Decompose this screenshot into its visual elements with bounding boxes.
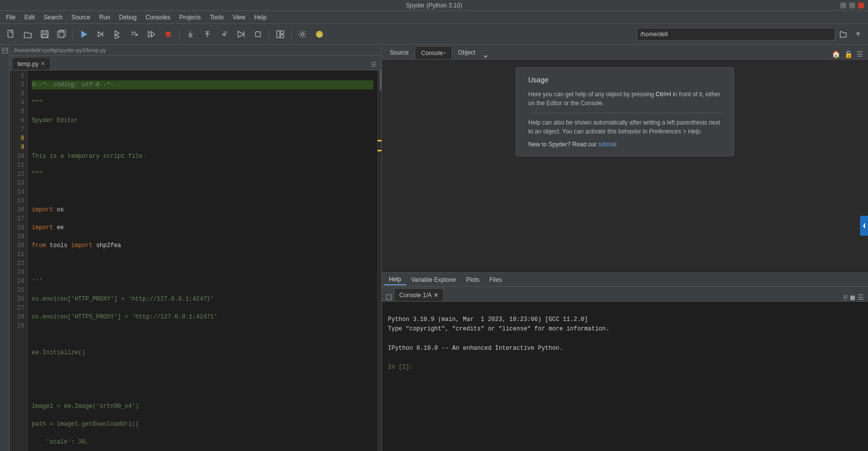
console-tab-close[interactable]: ✕ [434,292,438,299]
line-11: 11 [10,161,24,170]
editor-tab-menu[interactable]: ☰ [368,59,379,70]
editor-tab-close[interactable]: ✕ [41,61,45,67]
scroll-warn-1 [377,140,381,141]
code-content[interactable]: # -*- coding: utf-8 -*- """ Spyder Edito… [28,70,377,451]
debug-continue-btn[interactable] [143,26,159,42]
env-btn[interactable]: 🐍 [311,26,327,42]
editor-panel: /home/dell/.config/spyder-py3/temp.py te… [10,45,382,451]
menu-debug[interactable]: Debug [115,13,140,22]
breadcrumb-text: /home/dell/.config/spyder-py3/temp.py [14,47,106,53]
code-line-5: This is a temporary script file. [32,152,373,161]
console-menu-icon[interactable]: ☰ [858,293,864,301]
line-19: 19 [10,232,24,241]
line-20: 20 [10,241,24,250]
usage-text: Here you can get help of any object by p… [528,90,722,108]
editor-tab-temp-py[interactable]: temp.py ✕ [12,57,51,70]
new-file-btn[interactable] [3,26,19,42]
panel-menu-icon[interactable]: ☰ [856,49,864,59]
line-24: 24 [10,277,24,286]
close-btn[interactable] [858,2,864,8]
lock-icon[interactable]: 🔒 [843,49,854,59]
bottom-panel-tab-bar: Help Variable Explorer Plots Files [382,273,868,287]
cdparent-btn[interactable] [851,27,865,41]
debug-step-into-btn[interactable] [183,26,198,42]
svg-text:🐍: 🐍 [317,32,323,38]
code-line-1: # -*- coding: utf-8 -*- [32,80,373,89]
run-cell-btn[interactable] [93,26,109,42]
debug-step-out-btn[interactable] [199,26,215,42]
menu-tools[interactable]: Tools [206,13,228,22]
code-line-9: import ee [32,223,373,232]
tutorial-link[interactable]: tutorial [598,141,616,148]
console-tab-1[interactable]: Console 1/A ✕ [394,288,444,301]
right-panel: Source Console • Object 🏠 🔒 ☰ [382,45,868,451]
bottom-tab-files[interactable]: Files [485,275,507,285]
menu-edit[interactable]: Edit [20,13,39,22]
open-file-btn[interactable] [20,26,36,42]
menu-source[interactable]: Source [67,13,94,22]
svg-rect-22 [255,32,260,37]
line-29: 29 [10,322,24,330]
layout-btn[interactable] [272,26,288,42]
line-17: 17 [10,214,24,223]
console-tab-label: Console 1/A [399,292,432,299]
bottom-tab-variable-explorer[interactable]: Variable Explorer [406,275,461,285]
console-copy-icon[interactable]: ⎘ [844,293,848,301]
console-tab-bar: Console 1/A ✕ ⎘ ◼ ☰ [382,287,868,302]
debug-run2-btn[interactable] [233,26,249,42]
console-python-version: Python 3.10.9 (main, Mar 1 2023, 18:23:0… [388,316,588,323]
browse-btn[interactable] [836,27,850,41]
menu-projects[interactable]: Projects [176,13,205,22]
menu-view[interactable]: View [229,13,249,22]
code-line-18 [32,384,373,393]
debug-next-btn[interactable] [216,26,232,42]
toolbar-sep-3 [269,28,269,40]
right-edge-expand-btn[interactable] [860,216,868,236]
save-file-btn[interactable] [37,26,53,42]
bottom-tab-plots[interactable]: Plots [461,275,485,285]
code-area: 1 2 3 4 5 6 7 8 9 10 11 12 13 14 15 16 1… [10,70,381,451]
minimize-btn[interactable] [840,2,846,8]
code-line-7 [32,188,373,196]
code-line-6: """ [32,170,373,179]
line-25: 25 [10,286,24,295]
line-14: 14 [10,188,24,196]
menu-file[interactable]: File [2,13,19,22]
right-scroll[interactable] [377,70,381,451]
path-input[interactable] [637,28,835,41]
code-line-4 [32,134,373,143]
tab-dropdown-arrow[interactable] [483,54,488,59]
toolbar-sep-4 [291,28,292,40]
tab-source[interactable]: Source [384,46,415,59]
left-sidebar-toggle[interactable] [0,45,10,451]
console-panel-icon[interactable] [384,294,394,301]
line-7: 7 [10,125,24,134]
console-area[interactable]: Python 3.10.9 (main, Mar 1 2023, 18:23:0… [382,302,868,451]
scrollbar-thumb[interactable] [379,70,381,90]
settings-btn[interactable] [295,26,310,42]
run-selection-btn[interactable] [126,26,142,42]
maximize-btn[interactable] [849,2,855,8]
menu-run[interactable]: Run [95,13,114,22]
line-2: 2 [10,80,24,89]
tab-object[interactable]: Object [452,46,482,59]
debug-stop2-btn[interactable] [250,26,266,42]
svg-marker-14 [135,33,138,36]
console-ipython-version: IPython 8.10.0 -- An enhanced Interactiv… [388,345,563,352]
svg-rect-23 [277,31,280,38]
menu-consoles[interactable]: Consoles [141,13,174,22]
run-btn[interactable] [76,26,92,42]
svg-marker-31 [484,56,488,58]
line-6: 6 [10,116,24,125]
code-line-16: ee.Initialize() [32,348,373,357]
console-stop-icon[interactable]: ◼ [850,293,856,301]
stop-btn[interactable] [160,26,176,42]
tab-console[interactable]: Console • [415,46,452,59]
toolbar-sep-2 [179,28,180,40]
home-icon[interactable]: 🏠 [831,49,841,59]
menu-help[interactable]: Help [250,13,271,22]
menu-search[interactable]: Search [40,13,66,22]
save-all-btn[interactable] [54,26,69,42]
bottom-tab-help[interactable]: Help [384,274,406,285]
run-cell-advance-btn[interactable] [110,26,125,42]
